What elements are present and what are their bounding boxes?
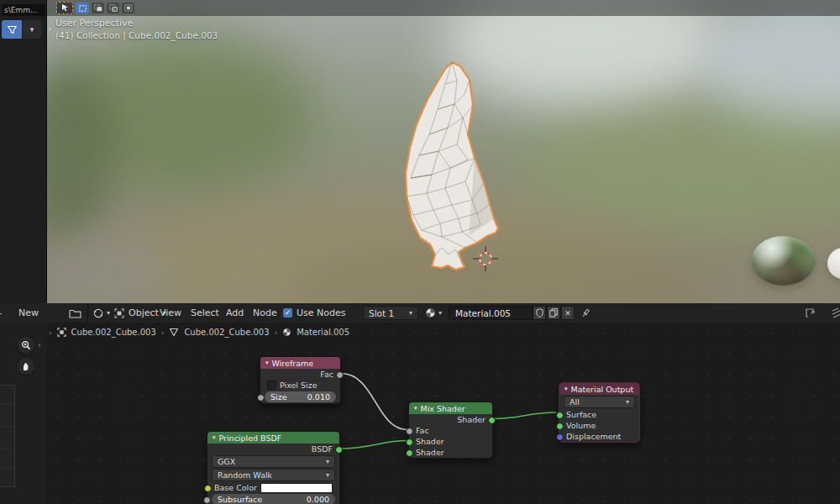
duplicate-material-button[interactable] bbox=[547, 306, 560, 320]
chevron-down-icon: ▾ bbox=[626, 398, 629, 406]
subsurface-slider[interactable]: Subsurface 0.000 bbox=[212, 494, 335, 504]
slider-value: 0.010 bbox=[307, 392, 330, 402]
region-arrow[interactable]: › bbox=[49, 328, 52, 337]
zoom-gizmo-button[interactable] bbox=[18, 337, 34, 354]
size-input-socket[interactable] bbox=[257, 394, 265, 402]
toolbar-expand-arrow[interactable]: › bbox=[48, 24, 51, 34]
viewport-perspective-label: User Perspective bbox=[55, 18, 133, 29]
shader-type-dropdown[interactable]: Object ▾ bbox=[114, 303, 166, 323]
collapse-chevron-icon[interactable]: ▾ bbox=[213, 434, 216, 441]
box-select-icon bbox=[79, 5, 87, 12]
slot-label: Slot 1 bbox=[369, 308, 394, 318]
fac-output-socket[interactable] bbox=[336, 371, 344, 379]
pixel-size-checkbox[interactable] bbox=[267, 381, 276, 390]
box-select-tool-button[interactable] bbox=[76, 3, 89, 13]
collapse-chevron-icon[interactable]: ▾ bbox=[564, 386, 568, 392]
file-path-field[interactable]: s\Emm... bbox=[2, 4, 45, 16]
select-mode-intersect-button[interactable] bbox=[122, 3, 134, 13]
input-displacement-row: Displacement bbox=[559, 431, 639, 442]
input-shader1-row: Shader bbox=[409, 436, 492, 447]
node-title: Principled BSDF bbox=[219, 433, 282, 443]
collapsed-panel-outline bbox=[0, 385, 15, 487]
select-mode-subtract-button[interactable] bbox=[107, 3, 119, 13]
volume-input-socket[interactable] bbox=[556, 423, 564, 430]
material-name-field[interactable]: Material.005 bbox=[449, 306, 533, 320]
region-collapse-arrow[interactable]: ‹ bbox=[38, 340, 41, 349]
shader2-input-socket[interactable] bbox=[406, 449, 413, 457]
open-folder-icon[interactable] bbox=[69, 303, 81, 323]
breadcrumb-material: Material.005 bbox=[297, 328, 349, 337]
menu-view[interactable]: View bbox=[160, 303, 181, 323]
cut-widget: – bbox=[0, 303, 3, 323]
image-editor-header-fragment: – New bbox=[0, 303, 88, 323]
image-editor-body: ‹ bbox=[0, 323, 48, 504]
filter-button[interactable] bbox=[2, 20, 22, 39]
intersect-select-icon bbox=[124, 4, 133, 12]
subsurface-socket[interactable] bbox=[203, 496, 211, 504]
3d-viewport[interactable]: › User Perspective (41) Collection | Cub… bbox=[47, 0, 840, 303]
socket-label: Fac bbox=[320, 370, 333, 379]
new-button[interactable]: New bbox=[18, 303, 39, 323]
goose-outline bbox=[406, 62, 498, 270]
material-browse-dropdown[interactable]: ▾ bbox=[425, 303, 442, 323]
checkbox-label: Pixel Size bbox=[280, 381, 318, 390]
filter-options-dropdown[interactable]: ▾ bbox=[23, 20, 41, 39]
use-nodes-checkbox[interactable]: ✓ bbox=[283, 308, 292, 318]
editor-type-dropdown[interactable]: ▾ bbox=[92, 303, 110, 323]
goose-mesh[interactable] bbox=[47, 0, 840, 303]
principled-node-header[interactable]: ▾ Principled BSDF bbox=[207, 432, 339, 444]
chevron-down-icon: ▾ bbox=[409, 309, 412, 317]
menu-select[interactable]: Select bbox=[191, 303, 219, 323]
surface-input-socket[interactable] bbox=[556, 412, 564, 419]
bsdf-output-socket[interactable] bbox=[335, 446, 343, 454]
collapse-chevron-icon[interactable]: ▾ bbox=[265, 360, 269, 366]
pin-icon[interactable] bbox=[580, 303, 591, 323]
fake-user-shield-button[interactable] bbox=[533, 306, 546, 320]
output-shader-row: Shader bbox=[409, 414, 492, 425]
snap-target-icon[interactable] bbox=[805, 303, 816, 323]
material-ball-icon bbox=[425, 307, 436, 318]
collapse-chevron-icon[interactable]: ▾ bbox=[414, 405, 417, 412]
size-slider[interactable]: Size 0.010 bbox=[265, 391, 336, 402]
shader-editor-icon bbox=[92, 307, 104, 319]
base-color-swatch[interactable] bbox=[260, 483, 333, 493]
editor-header: – New ▾ Object ▾ View Select bbox=[0, 303, 840, 323]
chevron-down-icon: ▾ bbox=[326, 458, 329, 465]
unlink-material-button[interactable]: ✕ bbox=[561, 306, 575, 320]
object-icon bbox=[114, 308, 124, 318]
slider-value: 0.000 bbox=[307, 495, 329, 504]
material-output-node[interactable]: ▾ Material Output All ▾ Surface Volume bbox=[559, 382, 640, 443]
wireframe-node-header[interactable]: ▾ Wireframe bbox=[260, 357, 340, 369]
dropdown-value: Random Walk bbox=[218, 470, 272, 480]
mix-shader-node-header[interactable]: ▾ Mix Shader bbox=[409, 402, 492, 414]
viewport-collection-label: (41) Collection | Cube.002_Cube.003 bbox=[55, 30, 218, 40]
menu-add[interactable]: Add bbox=[226, 303, 244, 323]
node-editor-canvas[interactable]: › Cube.002_Cube.003 › Cube.002_Cube.003 … bbox=[47, 323, 840, 504]
shader1-input-socket[interactable] bbox=[406, 438, 413, 446]
fac-input-socket[interactable] bbox=[406, 428, 413, 435]
3d-cursor[interactable] bbox=[473, 246, 498, 271]
distribution-dropdown[interactable]: GGX ▾ bbox=[212, 455, 335, 468]
menu-node[interactable]: Node bbox=[253, 303, 277, 323]
sss-method-dropdown[interactable]: Random Walk ▾ bbox=[212, 469, 335, 481]
material-ball-icon bbox=[282, 328, 291, 337]
socket-label: Volume bbox=[566, 421, 596, 430]
displacement-input-socket[interactable] bbox=[556, 433, 564, 441]
target-dropdown[interactable]: All ▾ bbox=[564, 396, 635, 408]
wireframe-node[interactable]: ▾ Wireframe Fac Pixel Size Size 0.010 bbox=[260, 356, 341, 404]
chevron-down-icon: ▾ bbox=[326, 471, 329, 479]
pan-hand-gizmo-button[interactable] bbox=[18, 358, 34, 375]
material-output-node-header[interactable]: ▾ Material Output bbox=[559, 383, 639, 395]
cursor-icon bbox=[61, 4, 69, 13]
input-surface-row: Surface bbox=[559, 409, 639, 420]
use-nodes-label[interactable]: Use Nodes bbox=[297, 303, 346, 323]
select-mode-extend-button[interactable] bbox=[92, 3, 104, 13]
tweak-tool-button[interactable] bbox=[56, 2, 73, 14]
shader-output-socket[interactable] bbox=[488, 417, 496, 424]
overlays-icon-partial[interactable] bbox=[832, 303, 840, 323]
socket-label: Displacement bbox=[566, 432, 621, 441]
material-slot-dropdown[interactable]: Slot 1 ▾ bbox=[363, 306, 418, 320]
principled-bsdf-node[interactable]: ▾ Principled BSDF BSDF GGX ▾ Random Walk… bbox=[207, 431, 340, 504]
mix-shader-node[interactable]: ▾ Mix Shader Shader Fac Shader Sha bbox=[408, 402, 493, 459]
base-color-socket[interactable] bbox=[204, 485, 212, 492]
